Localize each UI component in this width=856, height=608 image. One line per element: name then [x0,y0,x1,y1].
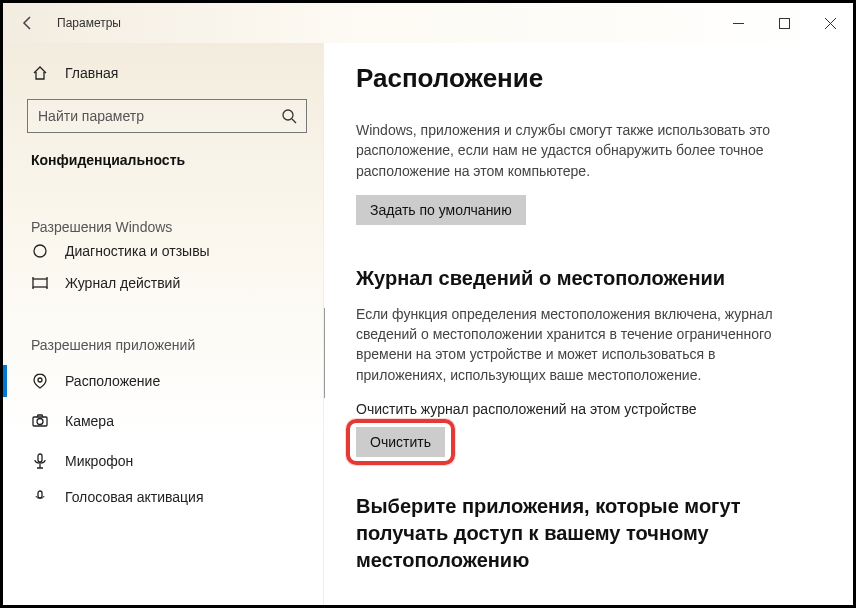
svg-point-4 [38,378,42,382]
activity-history-icon [31,275,49,291]
svg-point-6 [37,419,43,425]
search-input[interactable] [28,108,272,124]
search-icon [272,108,306,124]
clear-history-label: Очистить журнал расположений на этом уст… [356,401,813,417]
sidebar-item-label: Расположение [65,373,160,389]
page-title: Расположение [356,63,813,94]
microphone-icon [31,453,49,469]
sidebar-item-label: Диагностика и отзывы [65,243,210,259]
sidebar-item-label: Микрофон [65,453,133,469]
cut-section-heading: Расположение по умолчанию [356,98,813,106]
voice-activation-icon [31,489,49,505]
arrow-left-icon [20,15,36,31]
svg-rect-8 [38,491,42,498]
location-history-heading: Журнал сведений о местоположении [356,267,813,290]
set-default-button[interactable]: Задать по умолчанию [356,195,526,225]
feedback-icon [31,243,49,259]
sidebar-category: Конфиденциальность [3,143,323,177]
default-location-description: Windows, приложения и службы смогут такж… [356,120,786,181]
sidebar-item-label: Голосовая активация [65,489,204,505]
svg-rect-0 [779,18,789,28]
svg-rect-7 [38,454,42,462]
close-button[interactable] [807,7,853,39]
location-history-description: Если функция определения местоположения … [356,304,786,385]
sidebar-group-app-permissions: Разрешения приложений [3,319,323,361]
back-button[interactable] [13,8,43,38]
sidebar-item-voice-activation[interactable]: Голосовая активация [3,481,323,505]
sidebar-group-windows-permissions: Разрешения Windows [3,201,323,243]
window-title: Параметры [57,16,121,30]
home-icon [31,65,49,81]
clear-history-button[interactable]: Очистить [356,427,445,457]
svg-point-2 [34,245,46,257]
sidebar-item-label: Камера [65,413,114,429]
minimize-button[interactable] [715,7,761,39]
scroll-indicator [323,308,325,398]
sidebar-item-camera[interactable]: Камера [3,401,323,441]
main-content: Расположение Расположение по умолчанию W… [323,43,853,605]
choose-apps-heading: Выберите приложения, которые могут получ… [356,493,796,574]
sidebar: Главная Конфиденциальность Разрешения Wi… [3,43,323,605]
sidebar-home[interactable]: Главная [3,53,323,93]
sidebar-category-label: Конфиденциальность [31,152,185,168]
maximize-button[interactable] [761,7,807,39]
sidebar-item-location[interactable]: Расположение [3,361,323,401]
sidebar-item-activity-history[interactable]: Журнал действий [3,263,323,303]
window-controls [715,7,853,39]
svg-point-1 [283,110,293,120]
location-icon [31,373,49,389]
search-box[interactable] [27,99,307,133]
sidebar-item-diagnostics[interactable]: Диагностика и отзывы [3,243,323,263]
titlebar: Параметры [3,3,853,43]
sidebar-item-label: Главная [65,65,118,81]
svg-rect-3 [33,279,47,287]
camera-icon [31,413,49,429]
sidebar-item-label: Журнал действий [65,275,180,291]
sidebar-item-microphone[interactable]: Микрофон [3,441,323,481]
